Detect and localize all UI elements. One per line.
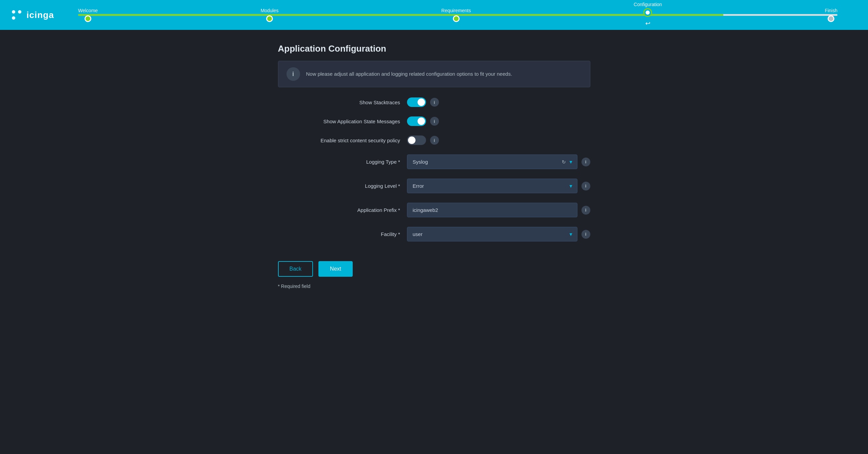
- wizard-track-fill: [78, 14, 723, 16]
- wizard-step-modules[interactable]: Modules: [261, 8, 279, 22]
- wizard-step-welcome-label: Welcome: [78, 8, 98, 13]
- wizard-step-requirements-dot: [453, 15, 460, 22]
- logging-level-select[interactable]: Error Warning Information Debug: [407, 179, 577, 193]
- application-prefix-input[interactable]: [407, 203, 577, 217]
- header: icinga Welcome Modules Requirements Conf…: [0, 0, 868, 30]
- form-section: Show Stacktraces i Show Application Stat…: [278, 97, 590, 258]
- show-stacktraces-info-button[interactable]: i: [430, 98, 439, 107]
- svg-point-2: [12, 16, 15, 20]
- show-app-state-toggle[interactable]: [407, 116, 426, 126]
- strict-csp-track: [407, 135, 426, 145]
- main-content: Application Configuration i Now please a…: [271, 43, 597, 289]
- application-prefix-control: i: [407, 203, 590, 217]
- application-prefix-row: Application Prefix * i: [278, 203, 590, 217]
- strict-csp-toggle[interactable]: [407, 135, 426, 145]
- logging-level-select-wrapper: Error Warning Information Debug ▼: [407, 179, 577, 193]
- wizard-step-modules-label: Modules: [261, 8, 279, 13]
- required-field-note: * Required field: [278, 284, 590, 289]
- wizard-step-requirements[interactable]: Requirements: [441, 8, 471, 22]
- show-app-state-track: [407, 116, 426, 126]
- logging-level-row: Logging Level * Error Warning Informatio…: [278, 179, 590, 193]
- logging-type-control: Syslog File None ↻ ▼ i: [407, 155, 590, 169]
- strict-csp-row: Enable strict content security policy i: [278, 135, 590, 145]
- logo-area: icinga: [10, 8, 58, 21]
- show-stacktraces-label: Show Stacktraces: [278, 99, 407, 106]
- icinga-logo-icon: [10, 8, 23, 21]
- application-prefix-label: Application Prefix *: [278, 206, 407, 214]
- facility-row: Facility * user local0 local1 local2 loc…: [278, 227, 590, 241]
- wizard-steps: Welcome Modules Requirements Configurati…: [58, 2, 858, 28]
- facility-label: Facility *: [278, 231, 407, 238]
- show-app-state-control: i: [407, 116, 590, 126]
- logging-type-label: Logging Type *: [278, 158, 407, 165]
- info-icon: i: [287, 67, 300, 81]
- info-message: Now please adjust all application and lo…: [306, 70, 512, 78]
- svg-point-0: [12, 10, 15, 14]
- logging-level-control: Error Warning Information Debug ▼ i: [407, 179, 590, 193]
- wizard-step-requirements-label: Requirements: [441, 8, 471, 13]
- show-app-state-row: Show Application State Messages i: [278, 116, 590, 126]
- wizard-step-finish[interactable]: Finish: [825, 8, 837, 22]
- show-app-state-label: Show Application State Messages: [278, 118, 407, 125]
- facility-info-button[interactable]: i: [581, 230, 590, 239]
- strict-csp-knob: [408, 137, 415, 144]
- logging-type-select-wrapper: Syslog File None ↻ ▼: [407, 155, 577, 169]
- strict-csp-info-button[interactable]: i: [430, 136, 439, 145]
- strict-csp-control: i: [407, 135, 590, 145]
- logging-type-info-button[interactable]: i: [581, 158, 590, 166]
- logging-type-select[interactable]: Syslog File None: [407, 155, 577, 169]
- wizard-step-configuration[interactable]: Configuration ↩: [634, 2, 662, 28]
- wizard-step-welcome[interactable]: Welcome: [78, 8, 98, 22]
- next-button[interactable]: Next: [318, 261, 353, 277]
- strict-csp-label: Enable strict content security policy: [278, 137, 407, 144]
- logging-level-info-button[interactable]: i: [581, 182, 590, 190]
- wizard-step-configuration-label: Configuration: [634, 2, 662, 7]
- wizard-step-modules-dot: [266, 15, 273, 22]
- facility-select-wrapper: user local0 local1 local2 local3 local4 …: [407, 227, 577, 241]
- wizard-step-welcome-dot: [85, 15, 91, 22]
- wizard-step-finish-label: Finish: [825, 8, 837, 13]
- svg-point-1: [18, 10, 21, 14]
- application-prefix-info-button[interactable]: i: [581, 206, 590, 215]
- show-stacktraces-row: Show Stacktraces i: [278, 97, 590, 107]
- facility-control: user local0 local1 local2 local3 local4 …: [407, 227, 590, 241]
- show-app-state-info-button[interactable]: i: [430, 117, 439, 126]
- logging-type-row: Logging Type * Syslog File None ↻ ▼ i: [278, 155, 590, 169]
- wizard-step-configuration-dot: [644, 9, 651, 16]
- configuration-arrow-icon: ↩: [643, 19, 652, 28]
- back-button[interactable]: Back: [278, 261, 313, 277]
- show-stacktraces-toggle[interactable]: [407, 97, 426, 107]
- logo-text: icinga: [26, 10, 54, 20]
- show-stacktraces-control: i: [407, 97, 590, 107]
- button-row: Back Next: [278, 261, 590, 277]
- show-stacktraces-knob: [418, 98, 425, 106]
- page-title: Application Configuration: [278, 43, 590, 54]
- show-app-state-knob: [418, 117, 425, 125]
- logging-level-label: Logging Level *: [278, 182, 407, 189]
- facility-select[interactable]: user local0 local1 local2 local3 local4 …: [407, 227, 577, 241]
- info-box: i Now please adjust all application and …: [278, 61, 590, 87]
- show-stacktraces-track: [407, 97, 426, 107]
- wizard-step-finish-dot: [828, 15, 834, 22]
